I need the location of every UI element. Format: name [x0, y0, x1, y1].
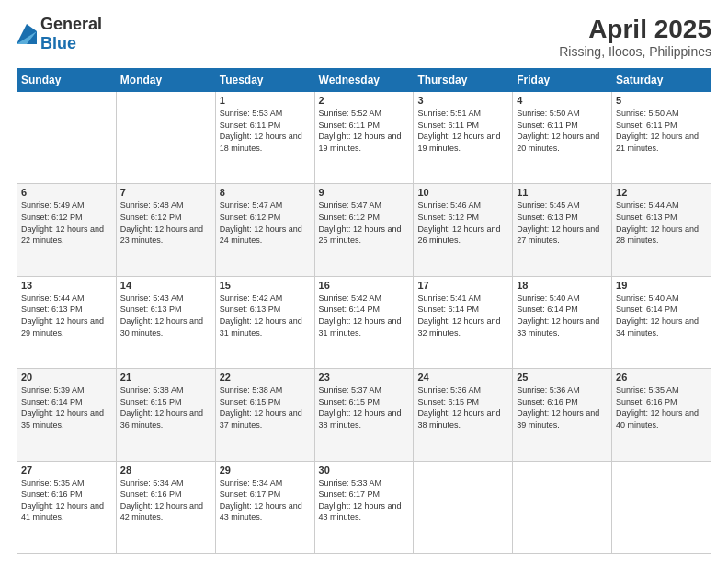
day-number-4-2: 29 [220, 465, 311, 476]
day-cell-0-2: 1Sunrise: 5:53 AMSunset: 6:11 PMDaylight… [215, 92, 314, 184]
week-row-4: 27Sunrise: 5:35 AMSunset: 6:16 PMDayligh… [17, 461, 711, 553]
day-cell-0-0 [17, 92, 117, 184]
day-number-0-4: 3 [417, 95, 508, 106]
day-number-3-2: 22 [220, 372, 311, 383]
day-number-1-5: 11 [517, 187, 608, 198]
day-info-0-3: Sunrise: 5:52 AMSunset: 6:11 PMDaylight:… [319, 108, 410, 154]
day-number-2-4: 17 [417, 280, 508, 291]
location: Rissing, Ilocos, Philippines [559, 44, 711, 59]
day-info-1-4: Sunrise: 5:46 AMSunset: 6:12 PMDaylight:… [417, 200, 508, 246]
calendar-table: Sunday Monday Tuesday Wednesday Thursday… [17, 68, 711, 554]
day-number-1-0: 6 [21, 187, 112, 198]
col-monday: Monday [116, 69, 215, 92]
day-number-3-4: 24 [417, 372, 508, 383]
day-info-1-5: Sunrise: 5:45 AMSunset: 6:13 PMDaylight:… [517, 200, 608, 246]
day-number-2-6: 19 [616, 280, 707, 291]
col-saturday: Saturday [612, 69, 711, 92]
day-number-1-6: 12 [616, 187, 707, 198]
day-cell-3-5: 25Sunrise: 5:36 AMSunset: 6:16 PMDayligh… [513, 369, 612, 461]
day-number-2-1: 14 [120, 280, 211, 291]
day-cell-4-1: 28Sunrise: 5:34 AMSunset: 6:16 PMDayligh… [116, 461, 215, 553]
day-info-0-5: Sunrise: 5:50 AMSunset: 6:11 PMDaylight:… [517, 108, 608, 154]
day-cell-3-4: 24Sunrise: 5:36 AMSunset: 6:15 PMDayligh… [414, 369, 513, 461]
day-number-3-5: 25 [517, 372, 608, 383]
day-cell-2-4: 17Sunrise: 5:41 AMSunset: 6:14 PMDayligh… [414, 276, 513, 368]
day-info-2-2: Sunrise: 5:42 AMSunset: 6:13 PMDaylight:… [220, 293, 311, 339]
day-info-1-2: Sunrise: 5:47 AMSunset: 6:12 PMDaylight:… [220, 200, 311, 246]
day-cell-4-0: 27Sunrise: 5:35 AMSunset: 6:16 PMDayligh… [17, 461, 117, 553]
day-info-1-3: Sunrise: 5:47 AMSunset: 6:12 PMDaylight:… [319, 200, 410, 246]
logo-blue: Blue [40, 34, 76, 52]
day-number-1-2: 8 [220, 187, 311, 198]
day-info-3-2: Sunrise: 5:38 AMSunset: 6:15 PMDaylight:… [220, 385, 311, 431]
day-cell-0-3: 2Sunrise: 5:52 AMSunset: 6:11 PMDaylight… [314, 92, 414, 184]
day-info-3-1: Sunrise: 5:38 AMSunset: 6:15 PMDaylight:… [120, 385, 211, 431]
day-number-3-6: 26 [616, 372, 707, 383]
day-info-2-6: Sunrise: 5:40 AMSunset: 6:14 PMDaylight:… [616, 293, 707, 339]
day-cell-1-1: 7Sunrise: 5:48 AMSunset: 6:12 PMDaylight… [116, 184, 215, 276]
week-row-0: 1Sunrise: 5:53 AMSunset: 6:11 PMDaylight… [17, 92, 711, 184]
col-thursday: Thursday [414, 69, 513, 92]
day-number-4-0: 27 [21, 465, 112, 476]
day-cell-2-3: 16Sunrise: 5:42 AMSunset: 6:14 PMDayligh… [314, 276, 414, 368]
day-info-1-0: Sunrise: 5:49 AMSunset: 6:12 PMDaylight:… [21, 200, 112, 246]
day-cell-2-1: 14Sunrise: 5:43 AMSunset: 6:13 PMDayligh… [116, 276, 215, 368]
day-number-0-5: 4 [517, 95, 608, 106]
day-number-2-0: 13 [21, 280, 112, 291]
day-number-3-0: 20 [21, 372, 112, 383]
day-cell-1-2: 8Sunrise: 5:47 AMSunset: 6:12 PMDaylight… [215, 184, 314, 276]
day-info-4-0: Sunrise: 5:35 AMSunset: 6:16 PMDaylight:… [21, 477, 112, 523]
day-number-0-2: 1 [220, 95, 311, 106]
day-info-3-4: Sunrise: 5:36 AMSunset: 6:15 PMDaylight:… [417, 385, 508, 431]
day-number-1-4: 10 [417, 187, 508, 198]
day-info-2-1: Sunrise: 5:43 AMSunset: 6:13 PMDaylight:… [120, 293, 211, 339]
day-info-2-4: Sunrise: 5:41 AMSunset: 6:14 PMDaylight:… [417, 293, 508, 339]
day-number-4-1: 28 [120, 465, 211, 476]
day-cell-4-4 [414, 461, 513, 553]
day-number-0-6: 5 [616, 95, 707, 106]
day-cell-3-0: 20Sunrise: 5:39 AMSunset: 6:14 PMDayligh… [17, 369, 117, 461]
day-info-0-2: Sunrise: 5:53 AMSunset: 6:11 PMDaylight:… [220, 108, 311, 154]
day-cell-0-1 [116, 92, 215, 184]
day-cell-1-6: 12Sunrise: 5:44 AMSunset: 6:13 PMDayligh… [612, 184, 711, 276]
day-cell-0-5: 4Sunrise: 5:50 AMSunset: 6:11 PMDaylight… [513, 92, 612, 184]
day-cell-3-2: 22Sunrise: 5:38 AMSunset: 6:15 PMDayligh… [215, 369, 314, 461]
day-cell-2-6: 19Sunrise: 5:40 AMSunset: 6:14 PMDayligh… [612, 276, 711, 368]
day-cell-0-6: 5Sunrise: 5:50 AMSunset: 6:11 PMDaylight… [612, 92, 711, 184]
day-cell-3-6: 26Sunrise: 5:35 AMSunset: 6:16 PMDayligh… [612, 369, 711, 461]
day-cell-4-6 [612, 461, 711, 553]
col-sunday: Sunday [17, 69, 117, 92]
day-info-0-4: Sunrise: 5:51 AMSunset: 6:11 PMDaylight:… [417, 108, 508, 154]
col-friday: Friday [513, 69, 612, 92]
day-info-4-3: Sunrise: 5:33 AMSunset: 6:17 PMDaylight:… [319, 477, 410, 523]
col-tuesday: Tuesday [215, 69, 314, 92]
day-info-1-1: Sunrise: 5:48 AMSunset: 6:12 PMDaylight:… [120, 200, 211, 246]
day-cell-1-0: 6Sunrise: 5:49 AMSunset: 6:12 PMDaylight… [17, 184, 117, 276]
day-info-2-5: Sunrise: 5:40 AMSunset: 6:14 PMDaylight:… [517, 293, 608, 339]
day-info-2-3: Sunrise: 5:42 AMSunset: 6:14 PMDaylight:… [319, 293, 410, 339]
day-cell-2-2: 15Sunrise: 5:42 AMSunset: 6:13 PMDayligh… [215, 276, 314, 368]
day-cell-1-5: 11Sunrise: 5:45 AMSunset: 6:13 PMDayligh… [513, 184, 612, 276]
day-cell-2-0: 13Sunrise: 5:44 AMSunset: 6:13 PMDayligh… [17, 276, 117, 368]
day-cell-1-3: 9Sunrise: 5:47 AMSunset: 6:12 PMDaylight… [314, 184, 414, 276]
day-number-2-2: 15 [220, 280, 311, 291]
day-cell-4-5 [513, 461, 612, 553]
day-info-1-6: Sunrise: 5:44 AMSunset: 6:13 PMDaylight:… [616, 200, 707, 246]
day-number-1-1: 7 [120, 187, 211, 198]
col-wednesday: Wednesday [314, 69, 414, 92]
week-row-3: 20Sunrise: 5:39 AMSunset: 6:14 PMDayligh… [17, 369, 711, 461]
page: General Blue April 2025 Rissing, Ilocos,… [0, 0, 728, 563]
day-info-4-1: Sunrise: 5:34 AMSunset: 6:16 PMDaylight:… [120, 477, 211, 523]
day-info-3-6: Sunrise: 5:35 AMSunset: 6:16 PMDaylight:… [616, 385, 707, 431]
day-number-3-3: 23 [319, 372, 410, 383]
day-cell-4-2: 29Sunrise: 5:34 AMSunset: 6:17 PMDayligh… [215, 461, 314, 553]
week-row-2: 13Sunrise: 5:44 AMSunset: 6:13 PMDayligh… [17, 276, 711, 368]
day-cell-4-3: 30Sunrise: 5:33 AMSunset: 6:17 PMDayligh… [314, 461, 414, 553]
week-row-1: 6Sunrise: 5:49 AMSunset: 6:12 PMDaylight… [17, 184, 711, 276]
day-cell-0-4: 3Sunrise: 5:51 AMSunset: 6:11 PMDaylight… [414, 92, 513, 184]
day-number-0-3: 2 [319, 95, 410, 106]
logo-general: General [40, 15, 102, 33]
day-number-3-1: 21 [120, 372, 211, 383]
day-info-3-5: Sunrise: 5:36 AMSunset: 6:16 PMDaylight:… [517, 385, 608, 431]
day-info-4-2: Sunrise: 5:34 AMSunset: 6:17 PMDaylight:… [220, 477, 311, 523]
